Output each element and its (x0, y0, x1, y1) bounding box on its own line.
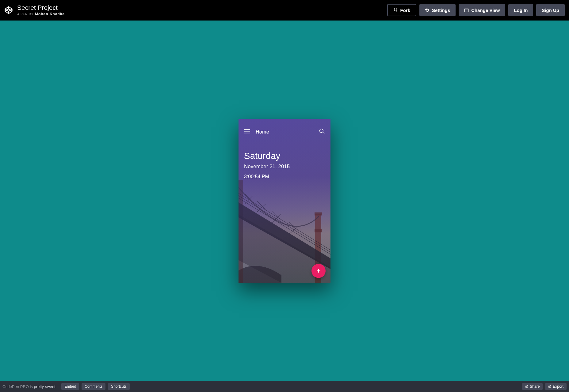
header: Secret Project A PEN BY Mohan Khadka For… (0, 0, 569, 21)
settings-button[interactable]: Settings (419, 4, 456, 16)
share-label: Share (530, 384, 540, 389)
title-block: Secret Project A PEN BY Mohan Khadka (17, 4, 65, 16)
phone-mockup: Home Saturday November 21, 2015 3:00:54 … (239, 119, 330, 283)
fab-add-button[interactable]: + (311, 264, 326, 278)
pen-subtitle-prefix: A PEN BY (17, 13, 34, 16)
comments-label: Comments (85, 384, 102, 389)
share-icon (525, 385, 528, 388)
comments-button[interactable]: Comments (82, 383, 105, 390)
pen-subtitle: A PEN BY Mohan Khadka (17, 12, 65, 16)
login-button[interactable]: Log In (508, 4, 533, 16)
footer-promo[interactable]: CodePen PRO is pretty sweet. (2, 384, 56, 389)
change-view-label: Change View (471, 8, 500, 13)
embed-button[interactable]: Embed (61, 383, 79, 390)
shortcuts-button[interactable]: Shortcuts (108, 383, 130, 390)
promo-highlight: pretty sweet. (34, 384, 57, 389)
preview-canvas: Home Saturday November 21, 2015 3:00:54 … (0, 21, 569, 381)
svg-point-0 (396, 11, 397, 12)
promo-prefix: CodePen PRO is (2, 384, 34, 389)
signup-label: Sign Up (542, 8, 559, 13)
export-button[interactable]: Export (545, 383, 567, 390)
share-button[interactable]: Share (522, 383, 543, 390)
fork-button[interactable]: Fork (387, 4, 417, 16)
search-icon[interactable] (319, 128, 325, 135)
fork-icon (393, 8, 398, 13)
embed-label: Embed (64, 384, 76, 389)
signup-button[interactable]: Sign Up (536, 4, 565, 16)
codepen-logo-icon[interactable] (4, 6, 13, 14)
fork-label: Fork (400, 8, 411, 13)
change-view-button[interactable]: Change View (459, 4, 505, 16)
date-label: November 21, 2015 (244, 163, 325, 169)
app-bar: Home (244, 126, 325, 138)
phone-content: Home Saturday November 21, 2015 3:00:54 … (239, 119, 330, 186)
day-label: Saturday (244, 151, 325, 161)
shortcuts-label: Shortcuts (111, 384, 127, 389)
time-label: 3:00:54 PM (244, 174, 325, 179)
login-label: Log In (514, 8, 528, 13)
hamburger-icon[interactable] (244, 129, 250, 134)
svg-line-24 (323, 132, 324, 134)
settings-label: Settings (432, 8, 450, 13)
app-title: Home (256, 129, 269, 134)
export-icon (548, 385, 551, 388)
gear-icon (425, 8, 430, 13)
footer: CodePen PRO is pretty sweet. Embed Comme… (0, 381, 569, 392)
export-label: Export (553, 384, 563, 389)
layout-icon (464, 8, 469, 13)
pen-title[interactable]: Secret Project (17, 4, 65, 11)
svg-rect-1 (464, 9, 468, 12)
plus-icon: + (316, 267, 321, 274)
pen-author[interactable]: Mohan Khadka (35, 12, 65, 16)
